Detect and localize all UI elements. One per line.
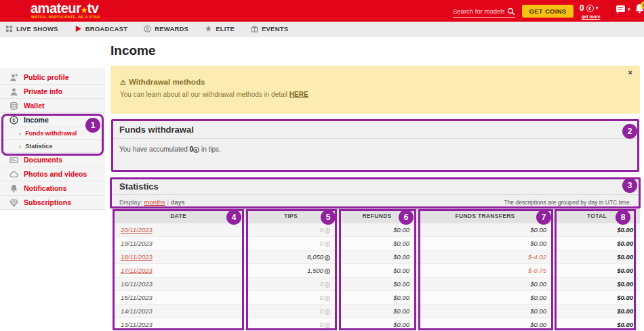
table-body: 20/11/2023 0€ $0.00 $0.00 $0.00 19/11/20…	[113, 223, 640, 331]
sidebar-item-notifications[interactable]: › Notifications	[0, 181, 105, 196]
notifications-badge: 0	[641, 1, 644, 9]
date-link[interactable]: 20/11/2023	[121, 226, 153, 234]
nav-item-label: ELITE	[216, 25, 235, 32]
funds-transfers-cell: $0.00	[416, 226, 553, 234]
tips-cell: 0€	[244, 321, 337, 328]
search-icon[interactable]	[507, 6, 515, 18]
star-icon	[205, 25, 212, 32]
tips-cell: 1,500€	[244, 267, 337, 274]
notifications-menu[interactable]: 0	[635, 3, 644, 16]
close-icon[interactable]: ×	[628, 68, 632, 76]
tips-cell: 8,050€	[244, 253, 337, 261]
statistics-title: Statistics	[110, 178, 640, 195]
total-cell: $0.00	[553, 240, 640, 247]
statistics-table: DATETIPSREFUNDSFUNDS TRANSFERSTOTAL 20/1…	[113, 208, 640, 331]
page-title: Income	[110, 43, 156, 58]
column-header-refunds: REFUNDS	[337, 213, 416, 219]
column-header-tips: TIPS	[244, 213, 337, 219]
column-header-total: TOTAL	[553, 213, 640, 219]
date-cell: 16/11/2023	[113, 280, 244, 288]
date-cell: 15/11/2023	[113, 294, 244, 301]
coin-icon: €	[325, 282, 330, 288]
get-coins-button[interactable]: GET COINS	[522, 5, 573, 18]
top-header: amateur★tv WATCH, PARTICIPATE, BE A STAR…	[0, 0, 644, 22]
coin-icon: €	[325, 242, 330, 247]
total-cell: $0.00	[553, 280, 640, 288]
sidebar-item-label: Private info	[24, 87, 62, 95]
messages-menu[interactable]: ▾	[616, 5, 630, 14]
income-icon	[9, 116, 18, 125]
table-row: 20/11/2023 0€ $0.00 $0.00 $0.00	[113, 223, 640, 237]
refunds-cell: $0.00	[337, 253, 416, 261]
funds-transfers-cell: $0.00	[416, 280, 553, 288]
sidebar-item-icon	[9, 116, 18, 125]
refunds-cell: $0.00	[337, 321, 416, 328]
funds-withdrawal-panel: Funds withdrawal You have accumulated 0€…	[110, 120, 640, 173]
table-row: 18/11/2023 8,050€ $0.00 $-4.02 $0.00	[113, 250, 640, 264]
coin-icon: €	[586, 5, 594, 12]
statistics-controls: Display: months|days The descriptions ar…	[110, 195, 640, 206]
table-row: 13/11/2023 0€ $0.00 $0.00 $0.00	[113, 318, 640, 331]
nav-item[interactable]: ELITE	[205, 25, 235, 32]
chevron-right-icon: ›	[19, 143, 21, 150]
warning-icon: ⚠	[120, 79, 126, 86]
date-cell: 13/11/2023	[113, 321, 244, 328]
sidebar-item-private-info[interactable]: › Private info	[0, 85, 105, 99]
nav-item[interactable]: BROADCAST	[75, 25, 128, 32]
refunds-cell: $0.00	[337, 240, 416, 247]
table-row: 15/11/2023 0€ $0.00 $0.00 $0.00	[113, 291, 640, 305]
date-cell: 19/11/2023	[113, 240, 244, 247]
sidebar-item-documents[interactable]: › Documents	[0, 153, 105, 167]
total-cell: $0.00	[553, 226, 640, 234]
date-link[interactable]: 18/11/2023	[121, 253, 153, 261]
nav-item[interactable]: EVENTS	[251, 25, 288, 32]
display-months-link[interactable]: months	[144, 198, 165, 206]
funds-transfers-cell: $-4.02	[416, 253, 553, 261]
sidebar-item-icon	[9, 87, 18, 96]
table-row: 16/11/2023 0€ $0.00 $0.00 $0.00	[113, 278, 640, 291]
public-profile-icon	[9, 73, 18, 82]
nav-item[interactable]: REWARDS	[144, 25, 188, 32]
sidebar-item-funds-withdrawal[interactable]: › Funds withdrawal	[0, 127, 105, 140]
brand-name-left: amateur	[31, 1, 81, 16]
sidebar-item-public-profile[interactable]: › Public profile	[0, 70, 105, 85]
table-row: 14/11/2023 0€ $0.00 $0.00 $0.00	[113, 305, 640, 318]
sidebar-item-icon	[9, 198, 18, 207]
sidebar-item-income[interactable]: › Income	[0, 113, 105, 127]
chat-icon	[616, 5, 626, 14]
nav-item-label: EVENTS	[262, 25, 288, 32]
coin-icon: €	[325, 296, 330, 301]
sidebar-item-label: Wallet	[24, 102, 45, 110]
column-header-funds-transfers: FUNDS TRANSFERS	[416, 213, 553, 219]
private-info-icon	[9, 87, 18, 96]
table-header-row: DATETIPSREFUNDSFUNDS TRANSFERSTOTAL	[113, 208, 640, 223]
total-cell: $0.00	[553, 321, 640, 328]
photos-icon	[9, 170, 18, 179]
get-more-link[interactable]: get more	[582, 14, 600, 19]
date-link[interactable]: 17/11/2023	[121, 267, 153, 274]
nav-item[interactable]: LIVE SHOWS	[5, 25, 58, 32]
search-input[interactable]	[453, 5, 504, 18]
coins-balance-widget[interactable]: 0 € ▾	[580, 3, 609, 13]
sidebar-item-statistics[interactable]: › Statistics	[0, 140, 105, 153]
nav-item-label: REWARDS	[155, 25, 188, 32]
total-cell: $0.00	[553, 253, 640, 261]
sidebar-item-subscriptions[interactable]: › Subscriptions	[0, 196, 105, 210]
display-days-link[interactable]: days	[171, 198, 184, 206]
sidebar-item-icon	[9, 184, 18, 193]
coins-count: 0	[580, 3, 584, 13]
sidebar-item-wallet[interactable]: › Wallet	[0, 99, 105, 113]
documents-icon	[9, 156, 18, 164]
coin-icon: €	[193, 147, 199, 153]
brand-star-icon: ★	[81, 6, 87, 14]
brand-name-right: tv	[87, 1, 99, 16]
tips-cell: 0€	[244, 226, 337, 234]
sidebar-item-photos-and-videos[interactable]: › Photos and videos	[0, 167, 105, 181]
sidebar-item-label: Income	[24, 116, 49, 124]
sidebar-item-label: Statistics	[25, 143, 52, 150]
main-navigation: LIVE SHOWS BROADCAST REWARDS ELITE EVENT…	[0, 22, 644, 37]
sidebar-item-label: Notifications	[24, 184, 67, 192]
here-link[interactable]: HERE	[289, 91, 308, 98]
subscriptions-icon	[9, 198, 18, 207]
display-label: Display:	[119, 198, 142, 206]
